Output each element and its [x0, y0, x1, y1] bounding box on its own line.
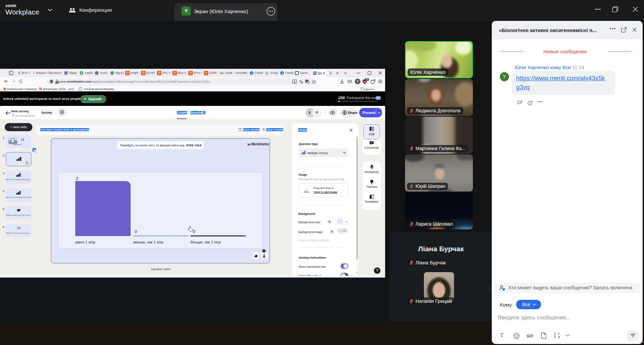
svg-text:文: 文	[35, 150, 37, 153]
svg-text:文: 文	[307, 81, 310, 83]
svg-text:G: G	[265, 71, 268, 75]
svg-text:f: f	[251, 72, 252, 75]
svg-text:26: 26	[366, 78, 368, 81]
svg-text:?: ?	[377, 96, 378, 99]
svg-text:f: f	[282, 72, 283, 75]
svg-text:w: w	[364, 81, 366, 83]
